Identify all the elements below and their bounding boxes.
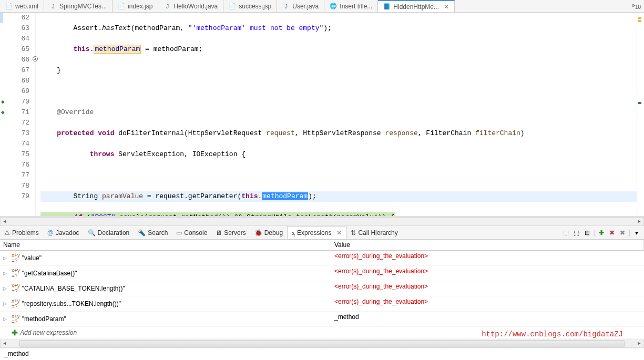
- javadoc-icon: @: [47, 229, 54, 236]
- expr-value: <error(s)_during_the_evaluation>: [331, 251, 644, 265]
- table-row[interactable]: ▷x+y=?"getCatalinaBase()" <error(s)_duri…: [0, 266, 644, 281]
- tab-web-xml[interactable]: 📄web.xml: [0, 0, 44, 12]
- selection: methodParam: [262, 192, 308, 200]
- tab-javadoc[interactable]: @Javadoc: [43, 226, 84, 239]
- panel-toolbar: ⬚ ⬚ ⊟ | ✚ ✖ ✖ | ▾: [562, 229, 644, 237]
- remove-all-icon[interactable]: ✖: [618, 229, 627, 237]
- code-area[interactable]: Assert.hasText(methodParam, "'methodPara…: [36, 13, 637, 216]
- col-value[interactable]: Value: [331, 240, 644, 250]
- expr-name: "methodParam": [22, 315, 66, 323]
- debug-exec-line: if ("POST".equals(request.getMethod()) &…: [40, 212, 395, 216]
- expand-icon[interactable]: ▷: [3, 271, 9, 276]
- tab-success-jsp[interactable]: 📄success.jsp: [223, 0, 277, 12]
- expr-icon: x+y=?: [12, 283, 20, 294]
- code-editor[interactable]: ◆ ◆ 62636465 66▲ 67686970717273747576777…: [0, 13, 644, 218]
- servers-icon: 🖥: [216, 229, 222, 236]
- occurrence-marker-icon: [638, 17, 641, 19]
- scroll-right-icon[interactable]: ►: [635, 341, 643, 346]
- statusbar: _method: [0, 348, 644, 359]
- panel-tabbar: ⚠Problems @Javadoc 🔍Declaration 🔦Search …: [0, 226, 644, 240]
- line-numbers: 62636465 66▲ 67686970717273747576777879: [7, 13, 36, 216]
- table-row[interactable]: ▷x+y=?"methodParam" _method: [0, 312, 644, 327]
- panel-hscroll[interactable]: ◄►: [0, 340, 644, 348]
- table-row[interactable]: ▷x+y=?"value" <error(s)_during_the_evalu…: [0, 251, 644, 266]
- add-expression-label: Add new expression: [20, 329, 77, 336]
- tab-label: HiddenHttpMe...: [393, 3, 439, 11]
- tab-declaration[interactable]: 🔍Declaration: [84, 226, 134, 239]
- tab-debug[interactable]: 🐞Debug: [250, 226, 287, 239]
- console-icon: ▭: [176, 229, 182, 236]
- tab-expressions[interactable]: ᶍExpressions✕: [287, 226, 346, 239]
- tab-call-hierarchy[interactable]: ⇅Call Hierarchy: [346, 226, 402, 239]
- col-name[interactable]: Name: [0, 240, 331, 250]
- tab-label: Insert title...: [340, 3, 372, 10]
- scroll-thumb[interactable]: [19, 340, 625, 347]
- expand-icon[interactable]: ▷: [3, 301, 9, 306]
- jsp-icon: 📄: [229, 3, 236, 10]
- tab-label: HelloWorld.java: [173, 3, 218, 10]
- scroll-right-icon[interactable]: ►: [635, 219, 643, 224]
- search-icon: 🔦: [138, 229, 146, 236]
- status-text: _method: [4, 350, 29, 357]
- xml-icon: 📄: [5, 3, 13, 10]
- expr-name: "value": [22, 254, 42, 262]
- scroll-left-icon[interactable]: ◄: [1, 219, 9, 224]
- expr-value: <error(s)_during_the_evaluation>: [331, 296, 644, 311]
- show-logical-icon[interactable]: ⬚: [573, 229, 581, 237]
- watermark: http://www.cnblogs.com/bigdataZJ: [482, 330, 623, 338]
- scroll-left-icon[interactable]: ◄: [1, 341, 9, 346]
- class-icon: 📘: [383, 3, 391, 11]
- add-icon: ✚: [12, 328, 18, 337]
- close-icon[interactable]: ✕: [336, 229, 342, 236]
- tab-console[interactable]: ▭Console: [172, 226, 211, 239]
- expr-icon: x+y=?: [12, 298, 20, 310]
- overview-ruler[interactable]: [637, 13, 644, 216]
- expr-value: <error(s)_during_the_evaluation>: [331, 281, 644, 296]
- remove-icon[interactable]: ✖: [608, 229, 616, 237]
- expr-value: <error(s)_during_the_evaluation>: [331, 266, 644, 281]
- tab-insert-title[interactable]: 🌐Insert title...: [324, 0, 378, 12]
- menu-icon[interactable]: ▾: [632, 229, 641, 237]
- tab-label: SpringMVCTes...: [59, 3, 107, 10]
- collapse-all-icon[interactable]: ⊟: [583, 229, 591, 237]
- expr-name: "getCatalinaBase()": [22, 270, 77, 277]
- web-icon: 🌐: [330, 3, 337, 10]
- java-icon: J: [163, 3, 171, 10]
- tab-problems[interactable]: ⚠Problems: [0, 226, 43, 239]
- expr-name: "repository.subs...TOKEN.length())": [22, 300, 121, 307]
- tab-search[interactable]: 🔦Search: [134, 226, 172, 239]
- tab-springmvc[interactable]: JSpringMVCTes...: [44, 0, 113, 12]
- expand-icon[interactable]: ▷: [3, 316, 9, 322]
- problems-icon: ⚠: [4, 229, 10, 236]
- show-type-names-icon[interactable]: ⬚: [562, 229, 570, 237]
- hierarchy-icon: ⇅: [351, 229, 356, 236]
- debug-marker-icon: [638, 102, 641, 104]
- expressions-icon: ᶍ: [292, 229, 295, 236]
- tab-servers[interactable]: 🖥Servers: [211, 226, 250, 239]
- tab-helloworld[interactable]: JHelloWorld.java: [158, 0, 223, 12]
- tab-user-java[interactable]: JUser.java: [277, 0, 324, 12]
- expr-icon: x+y=?: [12, 252, 20, 264]
- table-row[interactable]: ▷x+y=?"repository.subs...TOKEN.length())…: [0, 296, 644, 312]
- jsp-icon: 📄: [118, 3, 125, 10]
- current-line: String paramValue = request.getParameter…: [40, 191, 637, 202]
- add-expression-icon[interactable]: ✚: [597, 229, 606, 237]
- expand-icon[interactable]: ▷: [3, 255, 9, 261]
- close-icon[interactable]: ✕: [444, 3, 449, 11]
- marker-strip: ◆ ◆: [0, 13, 7, 216]
- editor-tabbar: 📄web.xml JSpringMVCTes... 📄index.jsp JHe…: [0, 0, 644, 13]
- debug-icon: 🐞: [254, 229, 262, 236]
- expr-name: "CATALINA_BASE_TOKEN.length()": [22, 285, 125, 292]
- expand-icon[interactable]: ▷: [3, 286, 9, 291]
- editor-hscroll[interactable]: ◄►: [0, 218, 644, 226]
- tab-label: web.xml: [15, 3, 38, 10]
- expressions-view: Name Value ▷x+y=?"value" <error(s)_durin…: [0, 240, 644, 340]
- tab-label: success.jsp: [239, 3, 271, 10]
- table-row[interactable]: ▷x+y=?"CATALINA_BASE_TOKEN.length()" <er…: [0, 281, 644, 296]
- more-tabs[interactable]: »10: [628, 2, 644, 10]
- tab-hiddenhttp[interactable]: 📘HiddenHttpMe...✕: [378, 0, 455, 12]
- expr-value: _method: [331, 312, 644, 326]
- tab-index-jsp[interactable]: 📄index.jsp: [113, 0, 158, 12]
- more-count: 10: [635, 5, 641, 11]
- tab-label: User.java: [292, 3, 319, 10]
